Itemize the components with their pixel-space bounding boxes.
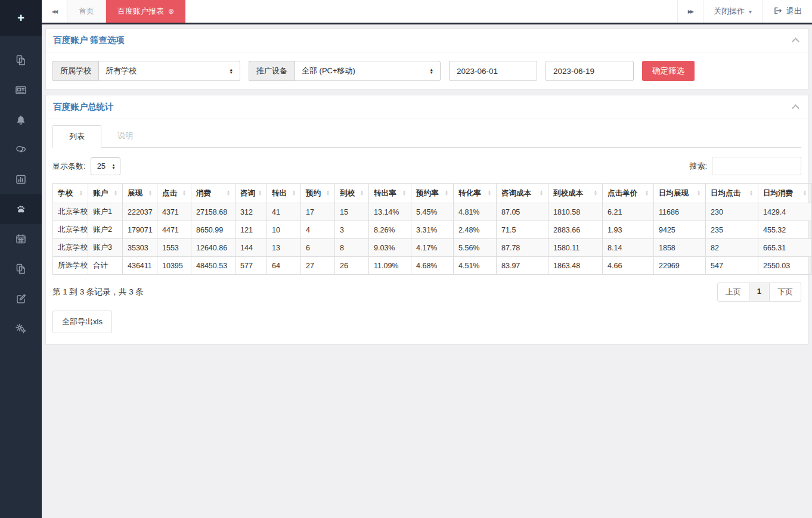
sort-icon[interactable]: ▲▼ — [594, 190, 597, 196]
tab-scroll-left-button[interactable]: ◀◀ — [42, 0, 67, 23]
sidebar-add-button[interactable]: + — [0, 0, 42, 36]
sort-icon[interactable]: ▲▼ — [114, 190, 117, 196]
sort-icon[interactable]: ▲▼ — [182, 190, 186, 196]
sort-icon[interactable]: ▲▼ — [645, 190, 649, 196]
column-header[interactable]: 点击单价▲▼ — [603, 184, 654, 203]
sidebar-menu — [0, 45, 42, 343]
date-to-input[interactable] — [546, 61, 634, 81]
table-row: 北京学校账户217907144718650.9912110438.26%3.31… — [53, 221, 812, 239]
next-page-button[interactable]: 下页 — [770, 283, 801, 302]
table-cell: 11.09% — [369, 257, 411, 275]
sort-icon[interactable]: ▲▼ — [227, 190, 230, 196]
sidebar-item-settings[interactable] — [0, 314, 42, 343]
column-header[interactable]: 预约率▲▼ — [411, 184, 454, 203]
device-select[interactable]: 全部 (PC+移动) ▲▼ — [295, 61, 441, 81]
page-size-select[interactable]: 25 ▲▼ — [91, 157, 120, 175]
close-operations-dropdown[interactable]: 关闭操作 ▾ — [703, 0, 762, 23]
sidebar-item-baidu[interactable] — [0, 194, 42, 224]
table-cell: 83.97 — [497, 257, 548, 275]
column-header[interactable]: 展现▲▼ — [123, 184, 157, 203]
table-cell: 87.05 — [497, 203, 548, 221]
column-header[interactable]: 转化率▲▼ — [454, 184, 497, 203]
column-header[interactable]: 咨询▲▼ — [235, 184, 267, 203]
sidebar-item-news[interactable] — [0, 75, 42, 105]
sidebar-item-calendar[interactable] — [0, 224, 42, 254]
sidebar-item-edit[interactable] — [0, 284, 42, 314]
table-cell: 312 — [235, 203, 267, 221]
column-header[interactable]: 到校▲▼ — [335, 184, 369, 203]
logout-icon — [773, 6, 782, 17]
column-header[interactable]: 到校成本▲▼ — [548, 184, 603, 203]
tab-list[interactable]: 列表 — [52, 125, 101, 148]
sort-icon[interactable]: ▲▼ — [488, 190, 491, 196]
calendar-icon — [15, 233, 27, 245]
sort-icon[interactable]: ▲▼ — [79, 190, 83, 196]
column-header[interactable]: 账户▲▼ — [88, 184, 123, 203]
table-cell: 13.14% — [369, 203, 411, 221]
table-cell: 6.21 — [603, 203, 654, 221]
apply-filter-button[interactable]: 确定筛选 — [642, 61, 695, 81]
table-row: 所选学校合计4364111039548450.5357764272611.09%… — [53, 257, 812, 275]
column-header-label: 学校 — [58, 188, 73, 198]
table-cell: 4.68% — [411, 257, 454, 275]
page-number-button[interactable]: 1 — [749, 283, 770, 302]
date-from-input[interactable] — [449, 61, 537, 81]
chat-icon — [15, 144, 27, 156]
collapse-chevron-icon[interactable] — [792, 38, 799, 45]
column-header[interactable]: 消费▲▼ — [191, 184, 235, 203]
school-select-value: 所有学校 — [106, 66, 137, 76]
tab-baidu-report[interactable]: 百度账户报表 ⊗ — [106, 0, 185, 23]
column-header[interactable]: 转出率▲▼ — [369, 184, 411, 203]
filter-panel-body: 所属学校 所有学校 ▲▼ 推广设备 全部 (PC+移动) ▲▼ 确定筛选 — [46, 52, 808, 89]
tab-scroll-right-button[interactable]: ▶▶ — [677, 0, 703, 23]
sidebar-item-messages[interactable] — [0, 135, 42, 165]
sort-icon[interactable]: ▲▼ — [445, 190, 448, 196]
sort-icon[interactable]: ▲▼ — [749, 190, 753, 196]
sort-icon[interactable]: ▲▼ — [292, 190, 296, 196]
sort-icon[interactable]: ▲▼ — [148, 190, 152, 196]
tab-notes[interactable]: 说明 — [101, 125, 149, 148]
sidebar-item-files[interactable] — [0, 254, 42, 284]
column-header[interactable]: 预约▲▼ — [301, 184, 335, 203]
table-cell: 4371 — [157, 203, 191, 221]
column-header[interactable]: 转出▲▼ — [267, 184, 301, 203]
search-input[interactable] — [712, 157, 801, 175]
column-header[interactable]: 学校▲▼ — [53, 184, 88, 203]
column-header-label: 点击单价 — [608, 188, 637, 198]
table-cell: 6 — [301, 239, 335, 257]
column-header[interactable]: 日均消费▲▼ — [758, 184, 812, 203]
column-header[interactable]: 咨询成本▲▼ — [497, 184, 548, 203]
sort-icon[interactable]: ▲▼ — [258, 190, 262, 196]
table-cell: 4.51% — [454, 257, 497, 275]
column-header[interactable]: 日均点击▲▼ — [706, 184, 758, 203]
prev-page-button[interactable]: 上页 — [717, 283, 749, 302]
column-header-label: 转出率 — [374, 188, 396, 198]
sort-icon[interactable]: ▲▼ — [697, 190, 701, 196]
close-tab-icon[interactable]: ⊗ — [168, 8, 174, 15]
sidebar-item-documents[interactable] — [0, 45, 42, 75]
column-header-label: 咨询成本 — [501, 188, 531, 198]
column-header[interactable]: 日均展现▲▼ — [654, 184, 706, 203]
tab-home[interactable]: 首页 — [67, 0, 106, 23]
newspaper-icon — [15, 84, 27, 96]
table-header-row: 学校▲▼账户▲▼展现▲▼点击▲▼消费▲▼咨询▲▼转出▲▼预约▲▼到校▲▼转出率▲… — [53, 184, 812, 203]
sort-icon[interactable]: ▲▼ — [360, 190, 364, 196]
sidebar-item-reports[interactable] — [0, 165, 42, 194]
sidebar-item-notifications[interactable] — [0, 105, 42, 135]
school-select[interactable]: 所有学校 ▲▼ — [98, 61, 240, 81]
sort-icon[interactable]: ▲▼ — [803, 190, 807, 196]
column-header[interactable]: 点击▲▼ — [157, 184, 191, 203]
logout-label: 退出 — [786, 6, 802, 17]
column-header-label: 日均消费 — [763, 188, 793, 198]
tab-bar: ◀◀ 首页 百度账户报表 ⊗ ▶▶ 关闭操作 ▾ 退出 — [42, 0, 812, 23]
collapse-chevron-icon[interactable] — [792, 104, 799, 112]
export-xls-button[interactable]: 全部导出xls — [52, 311, 112, 333]
logout-button[interactable]: 退出 — [762, 0, 812, 23]
records-summary: 第 1 到 3 条记录，共 3 条 — [52, 287, 144, 297]
filter-panel: 百度账户 筛查选项 所属学校 所有学校 ▲▼ 推广设备 全部 (PC+移动) ▲… — [45, 28, 808, 90]
sort-icon[interactable]: ▲▼ — [540, 190, 543, 196]
table-cell: 35303 — [123, 239, 157, 257]
sort-icon[interactable]: ▲▼ — [326, 190, 330, 196]
sort-icon[interactable]: ▲▼ — [402, 190, 406, 196]
table-cell: 235 — [706, 221, 758, 239]
